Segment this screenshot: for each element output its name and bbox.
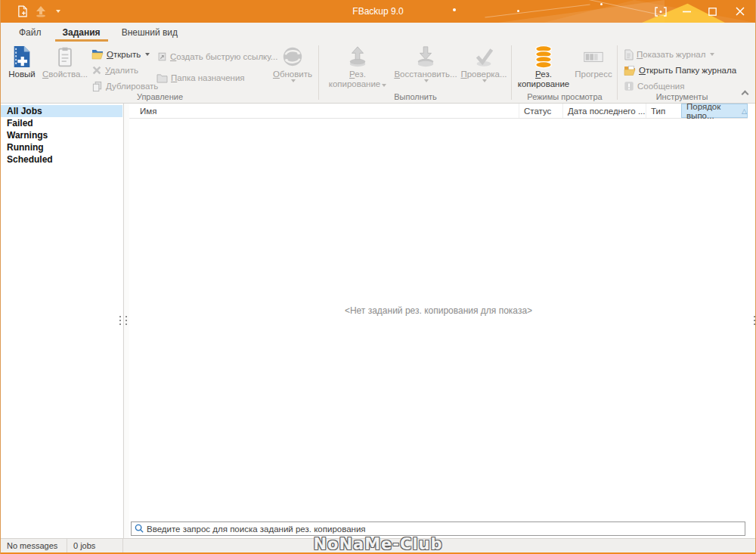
titlebar: FBackup 9.0 — [1, 0, 755, 23]
duplicate-label: Дублировать — [106, 82, 158, 91]
backup-view-button[interactable]: Рез. копирование — [516, 44, 571, 89]
create-shortcut-button[interactable]: Создать быструю ссылку... — [156, 50, 277, 63]
new-job-button[interactable]: Новый — [4, 44, 40, 79]
splitter-grip[interactable] — [125, 316, 127, 325]
new-job-label: Новый — [8, 70, 36, 79]
shortcut-icon — [156, 51, 167, 62]
progress-view-label: Прогресс — [575, 70, 612, 79]
duplicate-icon — [91, 81, 103, 92]
job-filter-sidebar: All Jobs Failed Warnings Running Schedul… — [1, 104, 122, 538]
delete-button[interactable]: Удалить — [91, 63, 138, 77]
backup-view-icon — [532, 44, 555, 70]
close-button[interactable] — [725, 0, 755, 23]
splitter-grip[interactable] — [119, 316, 121, 325]
open-log-folder-label: Открыть Папку журнала — [639, 66, 736, 75]
sort-ascending-icon: △ — [742, 107, 747, 115]
destination-folder-button[interactable]: Папка назначения — [156, 71, 245, 85]
show-log-dropdown-icon[interactable] — [710, 53, 714, 56]
show-log-label: Показать журнал — [637, 50, 705, 59]
ribbon-group-execute: Рез. копирование Восстановить... Проверк… — [319, 42, 512, 103]
job-list-header: Имя Статус Дата последнего ... Тип Поряд… — [129, 104, 748, 119]
sidebar-item-scheduled[interactable]: Scheduled — [1, 153, 122, 166]
restore-button[interactable]: Восстановить... — [392, 44, 460, 82]
column-header-name[interactable]: Имя — [129, 104, 519, 118]
run-backup-label-line2: копирование — [329, 79, 387, 89]
open-label: Открыть — [107, 50, 141, 59]
open-icon — [91, 49, 104, 60]
messages-button[interactable]: Сообщения — [624, 79, 684, 93]
run-backup-button[interactable]: Рез. копирование — [328, 44, 387, 89]
tab-view[interactable]: Внешний вид — [111, 23, 188, 42]
messages-label: Сообщения — [637, 82, 684, 91]
column-header-type[interactable]: Тип — [646, 104, 681, 118]
maximize-button[interactable] — [699, 0, 725, 23]
ribbon-group-views: Рез. копирование Прогресс Режимы просмот… — [512, 42, 618, 103]
test-icon — [472, 44, 495, 70]
open-dropdown-icon[interactable] — [145, 53, 150, 56]
destination-folder-icon — [156, 73, 168, 83]
properties-icon — [54, 44, 76, 70]
sidebar-item-running[interactable]: Running — [1, 141, 122, 153]
show-log-button[interactable]: Показать журнал — [624, 48, 714, 61]
column-header-status[interactable]: Статус — [519, 104, 562, 118]
window-controls — [648, 0, 755, 23]
new-job-icon — [11, 44, 33, 70]
run-backup-icon — [346, 44, 369, 70]
tab-jobs[interactable]: Задания — [52, 23, 111, 42]
open-log-folder-icon — [624, 65, 636, 76]
sidebar-item-warnings[interactable]: Warnings — [1, 129, 122, 141]
show-log-icon — [624, 49, 634, 60]
window-title: FBackup 9.0 — [1, 0, 755, 23]
ribbon-tabs: Файл Задания Внешний вид — [1, 23, 755, 42]
touch-mode-button[interactable] — [648, 0, 674, 23]
fbackup-window: FBackup 9.0 Файл Задания Внешний вид — [0, 0, 756, 554]
minimize-button[interactable] — [674, 0, 699, 23]
group-label-execute: Выполнить — [319, 92, 512, 101]
column-header-last-run[interactable]: Дата последнего ... — [562, 104, 646, 118]
body: All Jobs Failed Warnings Running Schedul… — [1, 104, 755, 538]
run-backup-label-line1: Рез. — [349, 70, 366, 79]
open-log-folder-button[interactable]: Открыть Папку журнала — [624, 63, 736, 77]
test-label: Проверка... — [460, 70, 507, 79]
splitter-line — [123, 104, 124, 538]
sidebar-splitter[interactable] — [122, 104, 129, 538]
test-button[interactable]: Проверка... — [460, 44, 508, 82]
restore-label: Восстановить... — [394, 70, 457, 79]
duplicate-button[interactable]: Дублировать — [91, 79, 158, 93]
test-dropdown-icon[interactable] — [482, 79, 487, 82]
progress-view-button[interactable]: Прогресс — [572, 44, 615, 79]
sidebar-item-all-jobs[interactable]: All Jobs — [1, 105, 122, 117]
backup-view-label-line1: Рез. — [535, 70, 552, 79]
statusbar-messages: No messages — [1, 539, 67, 552]
restore-dropdown-icon[interactable] — [424, 79, 429, 82]
refresh-button[interactable]: Обновить — [270, 44, 315, 82]
create-shortcut-label: Создать быструю ссылку... — [170, 52, 277, 61]
watermark: NoNaMe-Club — [313, 535, 442, 553]
refresh-label: Обновить — [273, 70, 312, 79]
messages-icon — [624, 81, 634, 91]
refresh-dropdown-icon[interactable] — [291, 79, 296, 82]
backup-view-label-line2: копирование — [518, 79, 570, 89]
restore-icon — [414, 44, 437, 70]
delete-label: Удалить — [105, 66, 138, 75]
column-header-exec-order[interactable]: Порядок выпо... △ — [681, 104, 748, 118]
run-backup-dropdown-icon[interactable] — [382, 84, 386, 87]
right-edge-grip[interactable] — [754, 316, 755, 325]
group-label-tools: Инструменты — [618, 92, 746, 101]
ribbon-group-manage: Новый Свойства... Открыть Удалить — [1, 42, 319, 103]
group-label-views: Режимы просмотра — [512, 92, 618, 101]
search-icon — [135, 524, 144, 534]
statusbar-job-count: 0 jobs — [67, 539, 123, 552]
group-label-manage: Управление — [1, 92, 319, 101]
open-button[interactable]: Открыть — [91, 48, 150, 61]
job-search-box — [131, 522, 745, 536]
properties-label: Свойства... — [42, 70, 88, 79]
delete-icon — [91, 65, 102, 76]
refresh-icon — [281, 44, 304, 70]
tab-file[interactable]: Файл — [8, 23, 52, 42]
ribbon-group-tools: Показать журнал Открыть Папку журнала Со… — [618, 42, 746, 103]
sidebar-item-failed[interactable]: Failed — [1, 117, 122, 129]
ribbon: Новый Свойства... Открыть Удалить — [1, 42, 755, 104]
properties-button[interactable]: Свойства... — [42, 44, 88, 79]
search-input[interactable] — [147, 525, 742, 534]
